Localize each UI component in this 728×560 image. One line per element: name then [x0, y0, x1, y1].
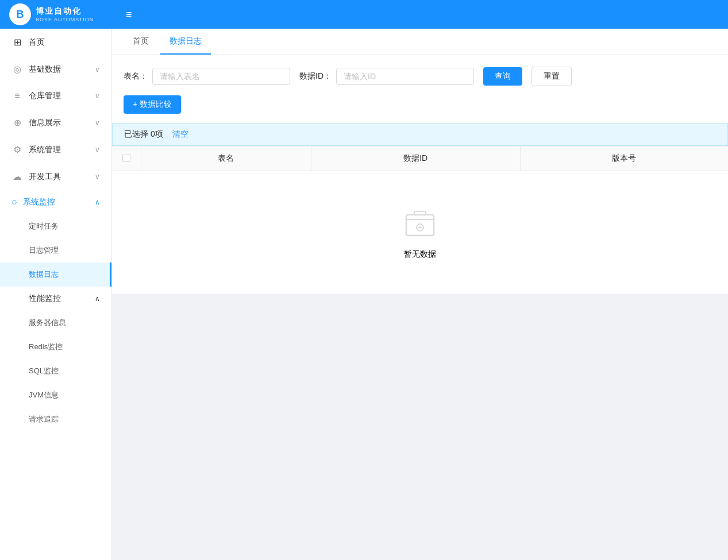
sys-monitor-icon: ○ [11, 197, 17, 207]
action-bar: + 数据比较 [112, 95, 728, 123]
info-display-icon: ⊕ [11, 117, 23, 128]
sidebar: ⊞ 首页 ◎ 基础数据 ∨ ≡ 仓库管理 ∨ ⊕ 信息展示 ∨ ⚙ 系统管理 ∨ [0, 29, 112, 560]
data-id-label: 数据ID： [299, 71, 332, 82]
sidebar-item-label: 信息展示 [29, 118, 95, 128]
basic-data-icon: ◎ [11, 64, 23, 75]
sidebar-item-info-display[interactable]: ⊕ 信息展示 ∨ [0, 109, 111, 136]
sidebar-item-home[interactable]: ⊞ 首页 [0, 29, 111, 56]
sidebar-item-redis-monitor[interactable]: Redis监控 [0, 335, 111, 359]
sidebar-item-sys-monitor[interactable]: ○ 系统监控 ∧ [0, 190, 111, 214]
bottom-gray-area [112, 294, 728, 409]
clear-selection-button[interactable]: 清空 [172, 129, 188, 140]
reset-button[interactable]: 重置 [531, 67, 572, 86]
sidebar-item-label: 基础数据 [29, 64, 95, 75]
table-name-column-header: 表名 [141, 146, 311, 171]
table-name-input[interactable] [152, 68, 290, 85]
empty-icon [402, 206, 438, 242]
data-id-input[interactable] [336, 68, 474, 85]
sidebar-group-label: 系统监控 [23, 197, 55, 207]
chevron-down-icon: ∨ [95, 119, 100, 127]
tab-home[interactable]: 首页 [124, 29, 158, 55]
logo-icon: B [9, 3, 31, 25]
logo-cn: 博业自动化 [36, 6, 94, 17]
tab-data-log[interactable]: 数据日志 [160, 29, 211, 55]
menu-toggle-button[interactable]: ≡ [126, 9, 132, 21]
empty-state: 暂无数据 [112, 171, 728, 294]
data-id-column-header: 数据ID [311, 146, 520, 171]
data-table: 表名 数据ID 版本号 [112, 146, 728, 171]
main-layout: ⊞ 首页 ◎ 基础数据 ∨ ≡ 仓库管理 ∨ ⊕ 信息展示 ∨ ⚙ 系统管理 ∨ [0, 29, 728, 560]
sidebar-item-request-trace[interactable]: 请求追踪 [0, 407, 111, 431]
sidebar-item-label: 首页 [29, 37, 100, 48]
checkbox-header [112, 146, 141, 171]
logo-area: B 博业自动化 BOYE AUTOMATION [9, 3, 121, 25]
sidebar-subitem-label: 数据日志 [29, 269, 59, 280]
selection-info: 已选择 0项 清空 [112, 123, 728, 146]
sidebar-item-sys-manage[interactable]: ⚙ 系统管理 ∨ [0, 136, 111, 163]
sidebar-subitem-label: SQL监控 [29, 366, 59, 376]
sidebar-subitem-label: 服务器信息 [29, 318, 66, 328]
sidebar-subitem-label: 请求追踪 [29, 414, 59, 424]
chevron-down-icon: ∨ [95, 146, 100, 154]
table-name-label: 表名： [124, 71, 148, 82]
chevron-down-icon: ∨ [95, 173, 100, 181]
selected-count-text: 已选择 0项 [124, 129, 163, 140]
sidebar-group-label: 性能监控 [29, 293, 61, 304]
table-name-field: 表名： [124, 68, 290, 85]
empty-text: 暂无数据 [404, 249, 436, 260]
sidebar-subitem-label: 定时任务 [29, 221, 59, 231]
header: B 博业自动化 BOYE AUTOMATION ≡ [0, 0, 728, 29]
sidebar-item-label: 开发工具 [29, 172, 95, 182]
sidebar-item-basic-data[interactable]: ◎ 基础数据 ∨ [0, 56, 111, 83]
compare-button[interactable]: + 数据比较 [124, 95, 181, 114]
sidebar-item-log-manage[interactable]: 日志管理 [0, 238, 111, 262]
settings-icon: ⚙ [11, 144, 23, 155]
svg-rect-0 [406, 215, 434, 235]
tabs-bar: 首页 数据日志 [112, 29, 728, 55]
sidebar-subitem-label: Redis监控 [29, 342, 63, 352]
logo-en: BOYE AUTOMATION [36, 17, 94, 22]
sidebar-item-dev-tools[interactable]: ☁ 开发工具 ∨ [0, 163, 111, 190]
chevron-down-icon: ∨ [95, 65, 100, 74]
sidebar-subitem-label: JVM信息 [29, 390, 59, 400]
sidebar-item-server-info[interactable]: 服务器信息 [0, 311, 111, 335]
sidebar-item-warehouse[interactable]: ≡ 仓库管理 ∨ [0, 83, 111, 109]
sidebar-subitem-label: 日志管理 [29, 245, 59, 256]
sidebar-item-scheduled-tasks[interactable]: 定时任务 [0, 214, 111, 238]
sidebar-item-perf-monitor[interactable]: 性能监控 ∧ [0, 287, 111, 311]
sidebar-item-data-log[interactable]: 数据日志 [0, 262, 111, 287]
sidebar-item-label: 仓库管理 [29, 91, 95, 101]
search-panel: 表名： 数据ID： 查询 重置 + 数据比较 已选择 0项 清空 [112, 55, 728, 294]
data-id-field: 数据ID： [299, 68, 474, 85]
sidebar-item-label: 系统管理 [29, 145, 95, 155]
content-area: 首页 数据日志 表名： 数据ID： 查询 [112, 29, 728, 560]
sidebar-item-sql-monitor[interactable]: SQL监控 [0, 359, 111, 383]
home-icon: ⊞ [11, 37, 23, 48]
chevron-down-icon: ∨ [95, 92, 100, 100]
search-bar: 表名： 数据ID： 查询 重置 [112, 55, 728, 95]
page-content: 表名： 数据ID： 查询 重置 + 数据比较 已选择 0项 清空 [112, 55, 728, 560]
sidebar-item-jvm-info[interactable]: JVM信息 [0, 383, 111, 407]
chevron-up-icon: ∧ [95, 198, 100, 206]
logo-text: 博业自动化 BOYE AUTOMATION [36, 6, 94, 22]
warehouse-icon: ≡ [11, 91, 23, 101]
dev-tools-icon: ☁ [11, 171, 23, 182]
version-column-header: 版本号 [520, 146, 728, 171]
select-all-checkbox[interactable] [122, 154, 130, 162]
query-button[interactable]: 查询 [483, 67, 522, 86]
chevron-up-icon: ∧ [95, 295, 100, 303]
